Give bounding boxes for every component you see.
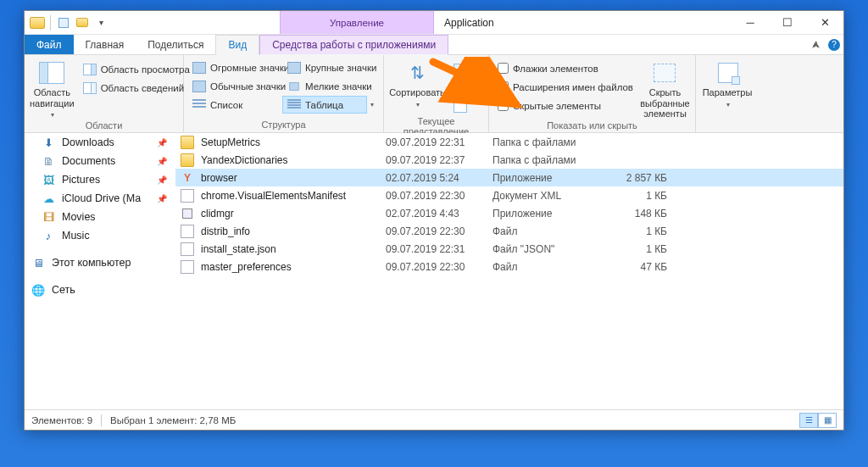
ribbon-group-options: Параметры ▾ xyxy=(696,55,843,132)
qat-new-folder-button[interactable] xyxy=(75,15,90,31)
file-date: 09.07.2019 22:31 xyxy=(386,136,492,148)
nav-this-pc[interactable]: 🖥Этот компьютер xyxy=(25,253,175,272)
preview-pane-icon xyxy=(83,64,97,75)
file-size: 2 857 КБ xyxy=(604,172,667,184)
options-button[interactable]: Параметры ▾ xyxy=(701,58,755,108)
nav-network[interactable]: 🌐Сеть xyxy=(25,281,175,299)
file-name: SetupMetrics xyxy=(201,136,386,148)
file-date: 02.07.2019 5:24 xyxy=(386,172,492,184)
file-list[interactable]: SetupMetrics09.07.2019 22:31Папка с файл… xyxy=(175,133,843,409)
tab-app-tools[interactable]: Средства работы с приложениями xyxy=(259,35,448,55)
nav-downloads[interactable]: ⬇Downloads📌 xyxy=(25,133,175,152)
size-columns-button[interactable] xyxy=(448,97,481,115)
qat-properties-button[interactable] xyxy=(56,15,71,31)
file-row[interactable]: SetupMetrics09.07.2019 22:31Папка с файл… xyxy=(175,133,843,151)
close-button[interactable]: ✕ xyxy=(806,11,843,35)
file-size: 47 КБ xyxy=(604,261,667,273)
nav-movies[interactable]: 🎞Movies xyxy=(25,208,175,226)
file-type: Приложение xyxy=(492,172,604,184)
hidden-items-checkbox[interactable]: Скрытые элементы xyxy=(494,97,637,114)
file-row[interactable]: distrib_info09.07.2019 22:30Файл1 КБ xyxy=(175,222,843,240)
layout-medium-icons[interactable]: Обычные значки xyxy=(187,77,281,95)
file-row[interactable]: install_state.json09.07.2019 22:31Файл "… xyxy=(175,240,843,258)
titlebar: ▾ Управление Application ─ ☐ ✕ xyxy=(25,11,843,35)
preview-pane-button[interactable]: Область просмотра xyxy=(78,60,195,78)
layout-xl-icons[interactable]: Огромные значки xyxy=(187,58,281,76)
folder-icon xyxy=(30,17,45,29)
sort-button[interactable]: ⇅ Сортировать ▾ xyxy=(389,58,445,108)
separator xyxy=(50,15,51,31)
nav-pictures[interactable]: 🖼Pictures📌 xyxy=(25,170,175,189)
ribbon: Область навигации ▾ Область просмотра Об… xyxy=(25,55,843,133)
file-date: 09.07.2019 22:31 xyxy=(386,243,492,255)
file-size: 1 КБ xyxy=(604,243,667,255)
tab-view[interactable]: Вид xyxy=(215,35,259,55)
tab-home[interactable]: Главная xyxy=(74,35,136,54)
ribbon-group-label: Области xyxy=(25,120,183,133)
network-icon: 🌐 xyxy=(31,283,45,297)
navigation-pane-button[interactable]: Область навигации ▾ xyxy=(30,58,75,120)
file-date: 09.07.2019 22:37 xyxy=(386,154,492,166)
hide-icon xyxy=(651,60,678,86)
navigation-pane[interactable]: ⬇Downloads📌 🗎Documents📌 🖼Pictures📌 ☁iClo… xyxy=(25,133,175,409)
ribbon-group-layout: Огромные значки Крупные значки Обычные з… xyxy=(184,55,384,132)
options-icon xyxy=(715,60,742,86)
app-icon: Y xyxy=(181,171,194,185)
layout-large-icons[interactable]: Крупные значки xyxy=(282,58,374,76)
explorer-window: ▾ Управление Application ─ ☐ ✕ Файл Глав… xyxy=(24,10,844,431)
file-row[interactable]: master_preferences09.07.2019 22:30Файл47… xyxy=(175,258,843,275)
group-by-button[interactable]: ▾ xyxy=(448,60,481,78)
file-type: Файл xyxy=(492,225,604,237)
file-type: Документ XML xyxy=(492,190,604,202)
file-name: distrib_info xyxy=(201,225,386,237)
nav-documents[interactable]: 🗎Documents📌 xyxy=(25,152,175,170)
file-row[interactable]: Ybrowser02.07.2019 5:24Приложение2 857 К… xyxy=(175,169,843,186)
ribbon-group-show-hide: Флажки элементов Расширения имен файлов … xyxy=(489,55,696,132)
details-pane-button[interactable]: Область сведений xyxy=(78,79,195,97)
maximize-button[interactable]: ☐ xyxy=(769,11,806,35)
pin-icon: 📌 xyxy=(157,157,167,166)
minimize-ribbon-button[interactable]: ⮝ xyxy=(808,35,825,54)
ribbon-group-label: Показать или скрыть xyxy=(489,120,695,133)
nav-music[interactable]: ♪Music xyxy=(25,226,175,245)
status-bar: Элементов: 9 Выбран 1 элемент: 2,78 МБ ☰… xyxy=(25,409,843,430)
add-columns-button[interactable]: ▾ xyxy=(448,79,481,97)
file-date: 02.07.2019 4:43 xyxy=(386,208,492,220)
autosize-icon xyxy=(453,101,467,113)
item-checkboxes-checkbox[interactable]: Флажки элементов xyxy=(494,59,637,77)
file-extensions-checkbox[interactable]: Расширения имен файлов xyxy=(494,78,637,96)
file-icon xyxy=(181,242,194,256)
status-item-count: Элементов: 9 xyxy=(31,415,92,425)
view-details-button[interactable]: ☰ xyxy=(799,413,818,428)
file-name: install_state.json xyxy=(201,243,386,255)
content-area: ⬇Downloads📌 🗎Documents📌 🖼Pictures📌 ☁iClo… xyxy=(25,133,843,409)
layout-list[interactable]: Список xyxy=(187,96,281,114)
ribbon-group-panes: Область навигации ▾ Область просмотра Об… xyxy=(25,55,184,132)
file-name: YandexDictionaries xyxy=(201,154,386,166)
small-icons-icon xyxy=(289,82,298,91)
view-mode-buttons: ☰ ▦ xyxy=(799,413,837,428)
nav-icloud[interactable]: ☁iCloud Drive (Ma📌 xyxy=(25,189,175,208)
file-row[interactable]: chrome.VisualElementsManifest09.07.2019 … xyxy=(175,186,843,204)
hide-selected-button[interactable]: Скрыть выбранные элементы xyxy=(640,58,690,120)
qat-customize-button[interactable]: ▾ xyxy=(93,15,108,31)
computer-icon: 🖥 xyxy=(31,256,45,270)
music-icon: ♪ xyxy=(42,229,55,242)
tab-file[interactable]: Файл xyxy=(25,35,74,54)
file-name: chrome.VisualElementsManifest xyxy=(201,190,386,202)
context-tab-header: Управление xyxy=(280,11,434,34)
help-button[interactable]: ? xyxy=(825,35,843,54)
view-thumbnails-button[interactable]: ▦ xyxy=(818,413,837,428)
file-row[interactable]: YandexDictionaries09.07.2019 22:37Папка … xyxy=(175,151,843,169)
quick-access-toolbar: ▾ xyxy=(25,15,114,31)
file-size: 1 КБ xyxy=(604,225,667,237)
app-icon xyxy=(181,207,194,220)
minimize-button[interactable]: ─ xyxy=(732,11,769,35)
tab-share[interactable]: Поделиться xyxy=(136,35,215,54)
folder-icon xyxy=(181,136,194,149)
file-size: 1 КБ xyxy=(604,190,667,202)
file-type: Папка с файлами xyxy=(492,136,604,148)
layout-small-icons[interactable]: Мелкие значки xyxy=(282,77,374,95)
file-row[interactable]: clidmgr02.07.2019 4:43Приложение148 КБ xyxy=(175,204,843,222)
layout-details[interactable]: Таблица xyxy=(282,96,367,114)
